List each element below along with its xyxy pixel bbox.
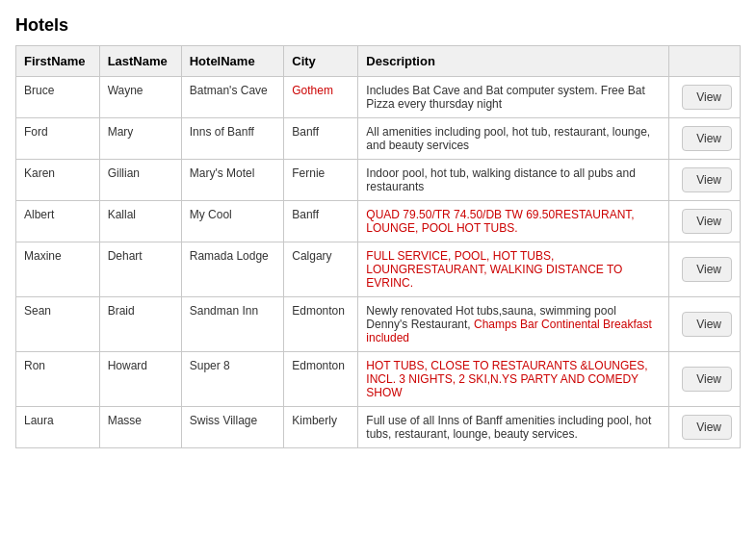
cell-city: Calgary	[284, 242, 358, 297]
cell-city: Gothem	[284, 77, 358, 118]
col-header-lastname: LastName	[99, 46, 181, 77]
cell-description: Indoor pool, hot tub, walking distance t…	[358, 160, 669, 201]
col-header-description: Description	[358, 46, 669, 77]
cell-lastname: Mary	[99, 118, 181, 160]
table-row: BruceWayneBatman's CaveGothemIncludes Ba…	[16, 77, 741, 118]
cell-firstname: Sean	[16, 297, 100, 352]
cell-firstname: Ron	[16, 352, 100, 407]
table-header-row: FirstName LastName HotelName City Descri…	[16, 46, 741, 77]
cell-lastname: Wayne	[99, 77, 181, 118]
cell-action: View	[668, 242, 740, 297]
cell-hotelname: Sandman Inn	[181, 297, 284, 352]
cell-hotelname: Inns of Banff	[181, 118, 284, 160]
view-label: View	[696, 173, 721, 187]
view-label: View	[696, 318, 721, 331]
cell-description: Newly renovated Hot tubs,sauna, swimming…	[358, 297, 669, 352]
col-header-city: City	[284, 46, 358, 77]
view-button[interactable]: View	[682, 85, 732, 110]
cell-description: QUAD 79.50/TR 74.50/DB TW 69.50RESTAURAN…	[358, 201, 669, 242]
table-row: KarenGillianMary's MotelFernieIndoor poo…	[16, 160, 741, 201]
cell-lastname: Masse	[99, 407, 181, 448]
view-button[interactable]: View	[682, 312, 732, 337]
view-button[interactable]: View	[682, 257, 732, 282]
cell-action: View	[668, 407, 740, 448]
view-label: View	[696, 263, 721, 276]
cell-lastname: Braid	[99, 297, 181, 352]
cell-action: View	[668, 118, 740, 160]
table-row: FordMaryInns of BanffBanffAll amenities …	[16, 118, 741, 160]
cell-description: Includes Bat Cave and Bat computer syste…	[358, 77, 669, 118]
cell-action: View	[668, 297, 740, 352]
view-button[interactable]: View	[682, 209, 732, 234]
view-label: View	[696, 420, 721, 434]
cell-firstname: Maxine	[16, 242, 100, 297]
cell-action: View	[668, 77, 740, 118]
cell-firstname: Laura	[16, 407, 100, 448]
cell-city: Edmonton	[284, 297, 358, 352]
cell-hotelname: Batman's Cave	[181, 77, 284, 118]
cell-action: View	[668, 201, 740, 242]
view-label: View	[696, 372, 721, 386]
page-title: Hotels	[15, 15, 741, 36]
cell-hotelname: Mary's Motel	[181, 160, 284, 201]
cell-hotelname: My Cool	[181, 201, 284, 242]
cell-description: FULL SERVICE, POOL, HOT TUBS, LOUNGRESTA…	[358, 242, 669, 297]
cell-lastname: Dehart	[99, 242, 181, 297]
table-row: MaxineDehartRamada LodgeCalgaryFULL SERV…	[16, 242, 741, 297]
view-button[interactable]: View	[682, 367, 732, 392]
table-row: SeanBraidSandman InnEdmontonNewly renova…	[16, 297, 741, 352]
cell-city: Banff	[284, 201, 358, 242]
view-button[interactable]: View	[682, 415, 732, 440]
col-header-actions	[668, 46, 740, 77]
cell-hotelname: Swiss Village	[181, 407, 284, 448]
cell-lastname: Kallal	[99, 201, 181, 242]
cell-description: HOT TUBS, CLOSE TO RESTAURANTS &LOUNGES,…	[358, 352, 669, 407]
cell-firstname: Ford	[16, 118, 100, 160]
cell-hotelname: Ramada Lodge	[181, 242, 284, 297]
table-row: RonHowardSuper 8EdmontonHOT TUBS, CLOSE …	[16, 352, 741, 407]
cell-firstname: Bruce	[16, 77, 100, 118]
view-label: View	[696, 132, 721, 145]
cell-action: View	[668, 160, 740, 201]
cell-firstname: Karen	[16, 160, 100, 201]
view-label: View	[696, 90, 721, 104]
cell-city: Banff	[284, 118, 358, 160]
cell-lastname: Howard	[99, 352, 181, 407]
col-header-hotelname: HotelName	[181, 46, 284, 77]
table-row: LauraMasseSwiss VillageKimberlyFull use …	[16, 407, 741, 448]
table-row: AlbertKallalMy CoolBanffQUAD 79.50/TR 74…	[16, 201, 741, 242]
cell-lastname: Gillian	[99, 160, 181, 201]
cell-city: Kimberly	[284, 407, 358, 448]
cell-action: View	[668, 352, 740, 407]
view-label: View	[696, 215, 721, 228]
cell-city: Fernie	[284, 160, 358, 201]
hotels-table: FirstName LastName HotelName City Descri…	[15, 45, 741, 448]
cell-description: All amenities including pool, hot tub, r…	[358, 118, 669, 160]
view-button[interactable]: View	[682, 167, 732, 192]
cell-hotelname: Super 8	[181, 352, 284, 407]
cell-firstname: Albert	[16, 201, 100, 242]
col-header-firstname: FirstName	[16, 46, 100, 77]
cell-city: Edmonton	[284, 352, 358, 407]
cell-description: Full use of all Inns of Banff amenities …	[358, 407, 669, 448]
view-button[interactable]: View	[682, 126, 732, 151]
